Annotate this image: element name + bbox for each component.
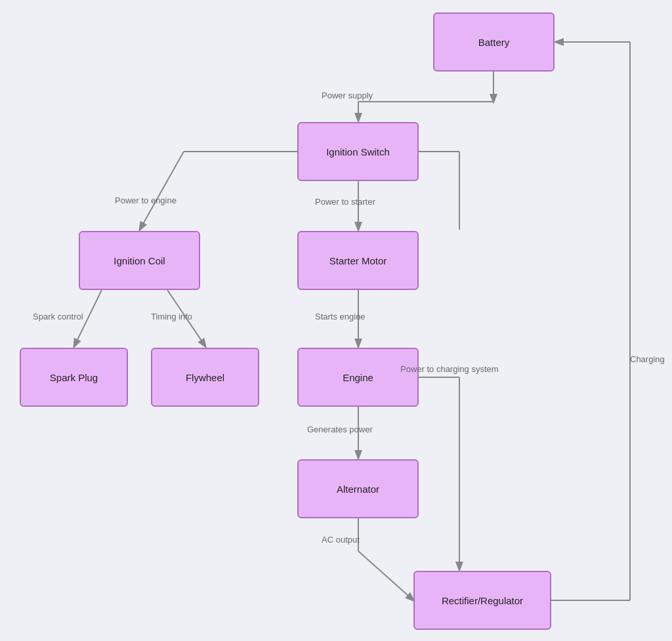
- spark-plug-node: Spark Plug: [20, 348, 128, 407]
- label-timing-info: Timing info: [151, 312, 192, 321]
- label-generates-power: Generates power: [307, 424, 373, 434]
- svg-line-11: [358, 551, 413, 600]
- label-charging: Charging: [630, 354, 665, 364]
- engine-node: Engine: [297, 348, 419, 407]
- battery-node: Battery: [433, 12, 555, 72]
- flywheel-node: Flywheel: [151, 348, 259, 407]
- ignition-switch-node: Ignition Switch: [297, 122, 419, 181]
- label-starts-engine: Starts engine: [315, 312, 366, 321]
- diagram-container: Battery Ignition Switch Ignition Coil St…: [0, 0, 672, 641]
- rectifier-node: Rectifier/Regulator: [413, 571, 551, 630]
- label-power-to-charging: Power to charging system: [400, 364, 499, 374]
- label-power-supply: Power supply: [322, 91, 373, 100]
- starter-motor-node: Starter Motor: [297, 231, 419, 290]
- label-power-to-engine: Power to engine: [115, 196, 177, 205]
- label-ac-output: AC output: [322, 535, 360, 545]
- svg-line-4: [140, 152, 184, 230]
- alternator-node: Alternator: [297, 459, 419, 518]
- ignition-coil-node: Ignition Coil: [79, 231, 200, 290]
- label-spark-control: Spark control: [33, 312, 83, 321]
- label-power-to-starter: Power to starter: [315, 197, 375, 207]
